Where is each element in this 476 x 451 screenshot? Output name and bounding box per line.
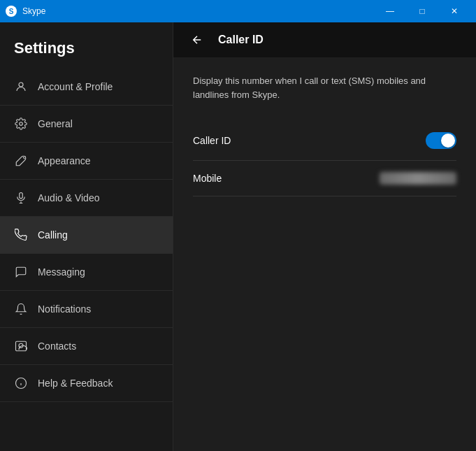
mobile-value (380, 172, 456, 185)
sidebar-item-account[interactable]: Account & Profile (0, 69, 173, 106)
svg-point-0 (19, 83, 23, 87)
app-body: Settings Account & Profile General Appea… (0, 22, 476, 451)
sidebar-item-contacts[interactable]: Contacts (0, 328, 173, 365)
maximize-button[interactable]: □ (406, 0, 438, 22)
titlebar-left: S Skype (6, 6, 45, 17)
minimize-button[interactable]: — (374, 0, 406, 22)
person-icon (14, 80, 28, 94)
content-area: Caller ID Display this number when I cal… (173, 22, 476, 451)
caller-id-setting-row: Caller ID (193, 121, 456, 161)
sidebar-label-help: Help & Feedback (38, 378, 113, 389)
caller-id-toggle[interactable] (426, 132, 456, 149)
sidebar-label-notifications: Notifications (38, 303, 91, 315)
titlebar: S Skype — □ ✕ (0, 0, 476, 22)
sidebar-item-help[interactable]: Help & Feedback (0, 365, 173, 402)
gear-icon (14, 117, 28, 131)
sidebar-item-notifications[interactable]: Notifications (0, 291, 173, 328)
sidebar-item-calling[interactable]: Calling (0, 217, 173, 254)
skype-app-icon: S (6, 6, 17, 17)
titlebar-controls: — □ ✕ (374, 0, 470, 22)
content-header: Caller ID (173, 22, 476, 57)
mic-icon (14, 191, 28, 205)
brush-icon (14, 154, 28, 168)
contacts-icon (14, 339, 28, 353)
sidebar-label-messaging: Messaging (38, 266, 85, 278)
sidebar-label-general: General (38, 118, 73, 129)
sidebar-label-account: Account & Profile (38, 81, 113, 92)
content-title: Caller ID (218, 34, 264, 46)
titlebar-title: Skype (22, 6, 45, 16)
toggle-track (426, 132, 456, 149)
sidebar-label-audio-video: Audio & Video (38, 192, 99, 203)
mobile-setting-row: Mobile (193, 161, 456, 196)
svg-rect-2 (20, 193, 23, 199)
phone-icon (14, 228, 28, 242)
sidebar-title: Settings (14, 39, 75, 57)
toggle-thumb (441, 134, 455, 148)
bell-icon (14, 302, 28, 316)
sidebar-label-calling: Calling (38, 229, 68, 241)
sidebar-label-contacts: Contacts (38, 341, 76, 352)
caller-id-description: Display this number when I call or text … (193, 74, 456, 101)
content-body: Display this number when I call or text … (173, 57, 476, 451)
svg-point-1 (20, 122, 23, 126)
close-button[interactable]: ✕ (438, 0, 470, 22)
sidebar-item-general[interactable]: General (0, 106, 173, 143)
mobile-label: Mobile (193, 173, 222, 184)
sidebar-item-appearance[interactable]: Appearance (0, 143, 173, 180)
sidebar: Settings Account & Profile General Appea… (0, 22, 173, 451)
sidebar-label-appearance: Appearance (38, 155, 91, 166)
sidebar-item-messaging[interactable]: Messaging (0, 254, 173, 291)
caller-id-label: Caller ID (193, 135, 231, 146)
back-button[interactable] (187, 30, 207, 50)
sidebar-item-audio-video[interactable]: Audio & Video (0, 180, 173, 217)
chat-icon (14, 265, 28, 279)
sidebar-header: Settings (0, 22, 173, 69)
info-icon (14, 376, 28, 390)
